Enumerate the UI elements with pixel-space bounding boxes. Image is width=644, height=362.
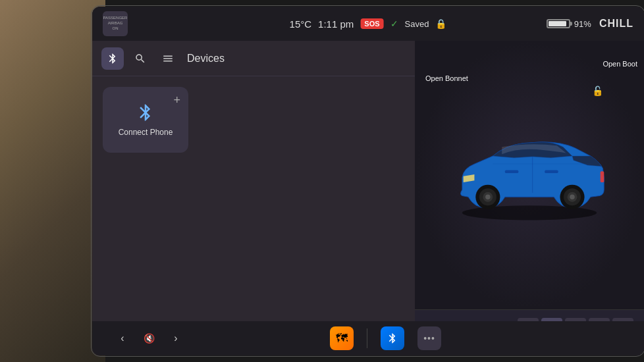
svg-rect-14 bbox=[601, 171, 604, 182]
car-panel: Open Bonnet Open Boot 🔓 bbox=[415, 41, 644, 355]
open-bonnet-label[interactable]: Open Bonnet bbox=[425, 74, 468, 84]
car-lock-icon: 🔓 bbox=[592, 86, 603, 96]
devices-tab-label: Devices bbox=[187, 53, 225, 65]
temperature-display: 15°C bbox=[290, 18, 312, 30]
passenger-airbag-icon: PASSENGERAIRBAGON bbox=[103, 11, 128, 36]
status-bar: PASSENGERAIRBAGON 15°C 1:11 pm SOS ✓ Sav… bbox=[92, 7, 644, 41]
status-right: 91% CHILL bbox=[547, 18, 633, 30]
more-apps-icon[interactable]: ••• bbox=[417, 326, 441, 350]
connect-phone-label: Connect Phone bbox=[119, 128, 173, 137]
saved-check-icon: ✓ bbox=[390, 18, 398, 29]
svg-rect-5 bbox=[545, 170, 558, 173]
car-image bbox=[444, 122, 615, 228]
taskbar-divider bbox=[367, 328, 367, 348]
open-boot-label[interactable]: Open Boot bbox=[603, 59, 637, 69]
bluetooth-device-icon bbox=[136, 103, 155, 122]
lock-icon: 🔒 bbox=[435, 18, 446, 29]
background-photo bbox=[0, 0, 105, 362]
taskbar-left: ‹ 🔇 › bbox=[112, 328, 186, 349]
connect-phone-card[interactable]: + Connect Phone bbox=[103, 87, 188, 153]
status-center: 15°C 1:11 pm SOS ✓ Saved 🔒 bbox=[290, 18, 447, 30]
volume-icon: 🔇 bbox=[144, 333, 155, 344]
tab-menu[interactable] bbox=[157, 47, 179, 70]
car-svg bbox=[444, 122, 615, 220]
battery-percent: 91% bbox=[574, 19, 591, 29]
status-left: PASSENGERAIRBAGON bbox=[103, 11, 128, 36]
maps-app-icon[interactable]: 🗺 bbox=[330, 326, 354, 350]
taskbar: ‹ 🔇 › 🗺 ••• bbox=[92, 321, 644, 355]
next-button[interactable]: › bbox=[165, 328, 186, 349]
svg-point-9 bbox=[485, 195, 490, 199]
time-display: 1:11 pm bbox=[318, 18, 354, 30]
sos-button[interactable]: SOS bbox=[360, 18, 383, 29]
taskbar-center: 🗺 ••• bbox=[330, 326, 441, 350]
main-screen: PASSENGERAIRBAGON 15°C 1:11 pm SOS ✓ Sav… bbox=[92, 7, 644, 355]
svg-point-13 bbox=[570, 195, 574, 199]
prev-button[interactable]: ‹ bbox=[112, 328, 133, 349]
tab-bluetooth[interactable] bbox=[101, 47, 124, 70]
tab-bar: Devices bbox=[92, 41, 415, 76]
battery-display: 91% bbox=[547, 19, 591, 29]
chill-mode-label: CHILL bbox=[599, 18, 633, 30]
saved-label: Saved bbox=[405, 19, 429, 29]
volume-control[interactable]: 🔇 bbox=[144, 333, 155, 344]
bluetooth-app-icon[interactable] bbox=[381, 326, 404, 350]
battery-fill bbox=[549, 21, 566, 26]
svg-rect-4 bbox=[505, 170, 518, 173]
more-dots: ••• bbox=[423, 333, 435, 344]
device-area: + Connect Phone bbox=[92, 76, 415, 163]
tab-search[interactable] bbox=[129, 47, 151, 70]
car-view: Open Bonnet Open Boot 🔓 bbox=[415, 41, 644, 309]
add-device-icon[interactable]: + bbox=[173, 93, 180, 107]
bluetooth-panel: Devices + Connect Phone bbox=[92, 41, 415, 355]
battery-bar bbox=[547, 19, 570, 28]
bluetooth-taskbar-icon bbox=[387, 332, 398, 344]
